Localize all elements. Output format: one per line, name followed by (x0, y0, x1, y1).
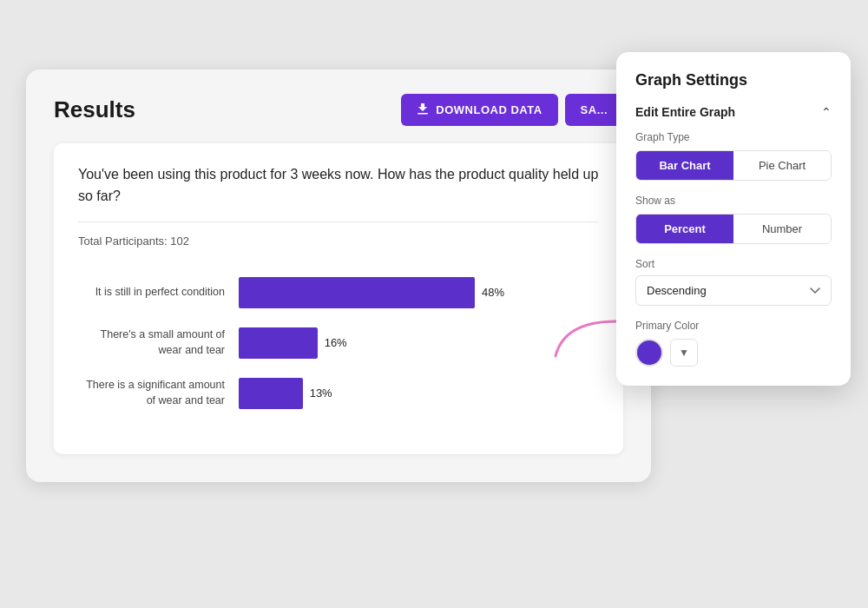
total-participants: Total Participants: 102 (78, 221, 599, 248)
color-row: ▼ (635, 339, 832, 367)
results-title: Results (54, 96, 135, 123)
save-button[interactable]: SA... (565, 94, 623, 126)
question-box: You've been using this product for 3 wee… (54, 143, 623, 454)
bar (239, 327, 318, 359)
color-swatch[interactable] (635, 339, 663, 367)
bar-value: 48% (482, 286, 504, 299)
results-header: Results DOWNLOAD DATA SA... (54, 94, 623, 126)
bar-value: 16% (325, 336, 347, 349)
color-section: Primary Color ▼ (635, 320, 832, 367)
bar-container: 16% (239, 327, 599, 359)
pie-chart-button[interactable]: Pie Chart (733, 151, 831, 180)
number-button[interactable]: Number (733, 215, 831, 243)
graph-type-toggle: Bar Chart Pie Chart (635, 150, 832, 181)
settings-panel: Graph Settings Edit Entire Graph ⌃ Graph… (616, 52, 851, 386)
chart-row: There's a small amount of wear and tear1… (78, 327, 599, 359)
chevron-down-icon: ▼ (679, 347, 689, 359)
graph-type-label: Graph Type (635, 131, 832, 143)
chart-label: There is a significant amount of wear an… (78, 378, 239, 408)
chart-row: It is still in perfect condition48% (78, 277, 599, 308)
primary-color-label: Primary Color (635, 320, 832, 332)
section-title: Edit Entire Graph (635, 105, 735, 119)
bar (239, 378, 303, 409)
total-participants-value: 102 (170, 235, 189, 248)
bar-value: 13% (310, 387, 332, 400)
sort-section: Sort Descending Ascending Default (635, 258, 832, 306)
save-button-label: SA... (581, 103, 608, 116)
question-text: You've been using this product for 3 wee… (78, 164, 599, 208)
download-button[interactable]: DOWNLOAD DATA (401, 94, 557, 126)
show-as-toggle: Percent Number (635, 214, 832, 244)
section-header: Edit Entire Graph ⌃ (635, 105, 832, 119)
sort-label: Sort (635, 258, 832, 270)
total-participants-label: Total Participants: (78, 235, 168, 248)
header-buttons: DOWNLOAD DATA SA... (401, 94, 623, 126)
download-button-label: DOWNLOAD DATA (436, 103, 542, 116)
bar-chart-button[interactable]: Bar Chart (636, 151, 733, 180)
download-icon (417, 102, 429, 117)
sort-select[interactable]: Descending Ascending Default (635, 275, 832, 306)
show-as-label: Show as (635, 195, 832, 207)
chart-label: It is still in perfect condition (78, 285, 239, 301)
chart-label: There's a small amount of wear and tear (78, 327, 239, 358)
bar (239, 277, 475, 308)
main-card: Results DOWNLOAD DATA SA... You've been … (26, 69, 651, 482)
percent-button[interactable]: Percent (636, 215, 733, 243)
chart-area: It is still in perfect condition48%There… (78, 268, 599, 437)
chevron-up-icon[interactable]: ⌃ (821, 105, 832, 119)
svg-rect-0 (418, 113, 428, 115)
color-dropdown-button[interactable]: ▼ (670, 339, 698, 367)
bar-container: 13% (239, 378, 599, 409)
chart-row: There is a significant amount of wear an… (78, 378, 599, 409)
panel-title: Graph Settings (635, 71, 832, 89)
bar-container: 48% (239, 277, 599, 308)
